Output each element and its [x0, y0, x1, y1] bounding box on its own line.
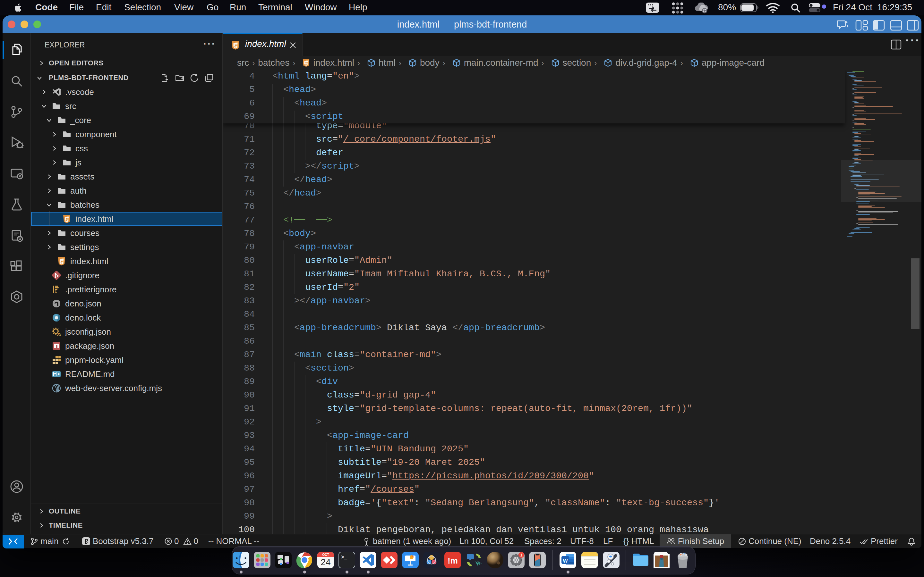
svg-text:!m: !m: [447, 556, 458, 566]
svg-text:1: 1: [520, 553, 522, 558]
svg-text:W: W: [563, 558, 568, 564]
svg-text:>_: >_: [341, 554, 347, 560]
svg-text:24: 24: [320, 557, 330, 567]
svg-text:OCT: OCT: [322, 553, 329, 556]
svg-text:JS: JS: [57, 332, 61, 337]
